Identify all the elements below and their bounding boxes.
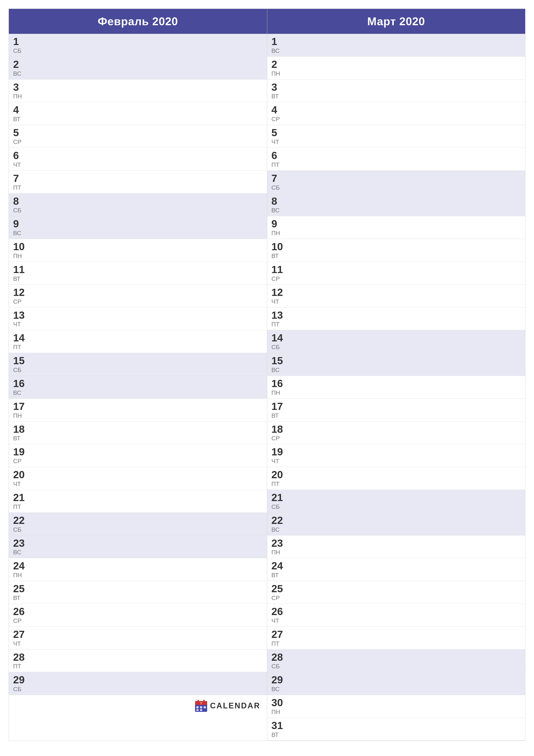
day-name: ПН: [13, 253, 25, 259]
day-number: 27: [271, 629, 283, 640]
feb-day-1: 1СБ: [9, 34, 267, 57]
day-name: ПТ: [13, 344, 25, 351]
day-number: 3: [13, 82, 22, 93]
day-number: 28: [13, 652, 25, 663]
day-number: 4: [271, 104, 280, 116]
svg-rect-3: [198, 700, 199, 703]
mar-day-15: 15ВС: [267, 353, 525, 376]
mar-day-9: 9ПН: [267, 216, 525, 239]
feb-day-12: 12СР: [9, 285, 267, 308]
day-name: СБ: [271, 663, 283, 670]
day-name: ПН: [271, 549, 283, 556]
feb-day-2: 2ВС: [9, 57, 267, 80]
day-number: 9: [13, 218, 21, 230]
mar-day-10: 10ВТ: [267, 239, 525, 262]
day-name: ЧТ: [13, 640, 25, 647]
day-number: 4: [13, 104, 20, 116]
day-name: ПН: [13, 93, 22, 100]
feb-day-24: 24ПН: [9, 558, 267, 581]
day-number: 23: [13, 538, 25, 549]
day-number: 22: [13, 515, 25, 526]
mar-day-18: 18СР: [267, 421, 525, 445]
day-name: ВТ: [13, 116, 20, 122]
day-name: ВС: [13, 549, 25, 556]
day-number: 1: [271, 36, 280, 47]
mar-day-20: 20ПТ: [267, 467, 525, 490]
day-name: ЧТ: [13, 161, 21, 168]
day-number: 28: [271, 652, 283, 663]
day-number: 31: [271, 720, 283, 731]
feb-day-18: 18ВТ: [9, 421, 267, 445]
day-name: ПТ: [271, 640, 283, 647]
day-name: СБ: [271, 184, 280, 191]
feb-day-10: 10ПН: [9, 239, 267, 262]
feb-day-6: 6ЧТ: [9, 148, 267, 171]
feb-day-13: 13ЧТ: [9, 308, 267, 330]
day-number: 16: [13, 378, 25, 390]
day-name: СР: [271, 275, 283, 282]
day-name: ВТ: [13, 435, 25, 442]
mar-day-7: 7СБ: [267, 171, 525, 194]
day-name: ВТ: [271, 93, 279, 100]
day-name: СР: [13, 298, 25, 305]
mar-day-31: 31ВТ: [267, 718, 525, 741]
day-number: 21: [13, 492, 25, 503]
logo-text: CALENDAR: [210, 701, 261, 710]
day-number: 13: [271, 310, 283, 321]
day-number: 24: [13, 560, 25, 572]
feb-day-21: 21ПТ: [9, 490, 267, 513]
day-name: ВС: [271, 686, 283, 693]
day-number: 5: [271, 127, 279, 139]
day-number: 29: [271, 674, 283, 686]
mar-day-1: 1ВС: [267, 34, 525, 57]
mar-day-5: 5ЧТ: [267, 125, 525, 148]
day-name: ЧТ: [271, 139, 279, 146]
day-name: ВТ: [13, 275, 25, 282]
mar-day-8: 8ВС: [267, 194, 525, 216]
day-number: 14: [13, 332, 25, 344]
day-name: СБ: [13, 526, 25, 533]
february-column: Февраль 2020 1СБ2ВС3ПН4ВТ5СР6ЧТ7ПТ8СБ9ВС…: [9, 9, 267, 741]
mar-day-23: 23ПН: [267, 535, 525, 558]
day-name: ВС: [271, 47, 280, 54]
day-number: 1: [13, 36, 21, 47]
mar-day-11: 11СР: [267, 262, 525, 285]
day-number: 10: [13, 241, 25, 253]
feb-day-25: 25ВТ: [9, 581, 267, 604]
day-name: ПН: [13, 572, 25, 579]
day-name: ПН: [271, 390, 283, 396]
feb-day-15: 15СБ: [9, 353, 267, 376]
day-name: ПН: [13, 412, 25, 419]
day-name: СР: [13, 617, 25, 624]
mar-day-17: 17ВТ: [267, 399, 525, 421]
day-number: 13: [13, 310, 25, 321]
day-number: 17: [271, 401, 283, 412]
day-number: 10: [271, 241, 283, 253]
day-name: СБ: [13, 366, 25, 373]
mar-day-14: 14СБ: [267, 330, 525, 353]
day-number: 2: [13, 59, 21, 70]
mar-day-3: 3ВТ: [267, 80, 525, 102]
day-number: 23: [271, 538, 283, 549]
svg-rect-8: [196, 709, 198, 711]
feb-day-5: 5СР: [9, 125, 267, 148]
day-name: ПТ: [13, 663, 25, 670]
day-number: 20: [271, 469, 283, 481]
mar-day-2: 2ПН: [267, 57, 525, 80]
day-number: 16: [271, 378, 283, 390]
mar-day-28: 28СБ: [267, 650, 525, 672]
day-name: ВС: [13, 390, 25, 396]
day-number: 6: [13, 150, 21, 161]
feb-day-16: 16ВС: [9, 376, 267, 399]
day-number: 12: [13, 287, 25, 298]
march-column: Март 2020 1ВС2ПН3ВТ4СР5ЧТ6ПТ7СБ8ВС9ПН10В…: [267, 9, 525, 741]
day-name: ВТ: [271, 253, 283, 259]
day-name: ВТ: [13, 595, 25, 602]
mar-day-29: 29ВС: [267, 672, 525, 695]
day-name: ПТ: [13, 503, 25, 510]
day-number: 25: [13, 583, 25, 595]
mar-day-21: 21СБ: [267, 490, 525, 513]
svg-rect-6: [200, 706, 202, 708]
day-number: 21: [271, 492, 283, 503]
day-number: 22: [271, 515, 283, 526]
